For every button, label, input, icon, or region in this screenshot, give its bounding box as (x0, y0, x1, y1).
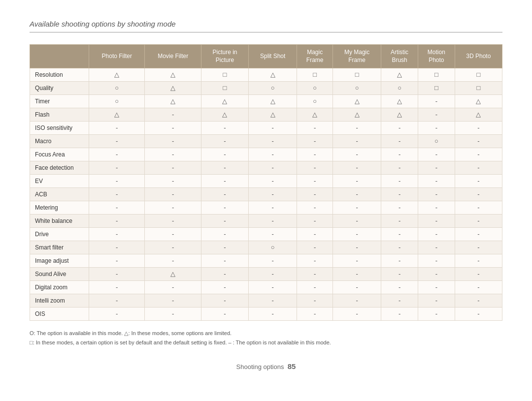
cell: - (381, 254, 418, 268)
cell: - (297, 215, 333, 228)
cell: - (297, 308, 333, 321)
cell: - (455, 188, 502, 201)
table-row: Image adjust--------- (30, 254, 502, 268)
table-row: Flash△-△△△△△-△ (30, 108, 502, 122)
cell: - (381, 294, 418, 308)
cell: - (249, 215, 297, 228)
cell: □ (201, 82, 248, 95)
cell: - (249, 268, 297, 281)
cell: - (455, 122, 502, 135)
cell: △ (145, 68, 201, 82)
cell: - (418, 175, 455, 188)
cell: ○ (333, 82, 381, 95)
cell: - (381, 215, 418, 228)
page-title: Available shooting options by shooting m… (30, 20, 502, 28)
cell: - (333, 188, 381, 201)
cell: - (297, 161, 333, 175)
cell: - (249, 122, 297, 135)
cell: - (333, 268, 381, 281)
row-label: OIS (30, 308, 89, 321)
cell: □ (455, 82, 502, 95)
table-row: Macro-------○- (30, 135, 502, 148)
cell: △ (381, 108, 418, 122)
cell: ○ (89, 82, 145, 95)
cell: - (201, 135, 248, 148)
table-row: Resolution△△□△□□△□□ (30, 68, 502, 82)
cell: - (418, 95, 455, 108)
cell: - (455, 254, 502, 268)
cell: - (201, 241, 248, 254)
cell: - (89, 241, 145, 254)
cell: - (333, 228, 381, 241)
cell: - (201, 281, 248, 294)
cell: △ (333, 95, 381, 108)
cell: - (201, 268, 248, 281)
cell: - (333, 308, 381, 321)
cell: - (333, 135, 381, 148)
cell: - (297, 241, 333, 254)
cell: - (145, 135, 201, 148)
cell: △ (201, 108, 248, 122)
cell: - (455, 175, 502, 188)
cell: △ (249, 95, 297, 108)
cell: ○ (381, 82, 418, 95)
cell: △ (381, 95, 418, 108)
row-label: Face detection (30, 161, 89, 175)
cell: - (381, 308, 418, 321)
title-divider (30, 32, 502, 32)
cell: - (89, 201, 145, 215)
cell: - (381, 188, 418, 201)
cell: - (249, 201, 297, 215)
row-label: Quality (30, 82, 89, 95)
cell: - (381, 241, 418, 254)
cell: - (297, 268, 333, 281)
cell: - (418, 228, 455, 241)
cell: △ (297, 108, 333, 122)
header-artistic-brush: ArtisticBrush (381, 45, 418, 68)
cell: - (297, 281, 333, 294)
cell: - (145, 294, 201, 308)
cell: - (418, 308, 455, 321)
cell: - (89, 281, 145, 294)
cell: - (418, 122, 455, 135)
footnote-1: O: The option is available in this mode.… (30, 329, 502, 338)
cell: - (145, 161, 201, 175)
footer-text: Shooting options (236, 363, 284, 370)
cell: - (381, 268, 418, 281)
cell: - (381, 122, 418, 135)
cell: △ (333, 108, 381, 122)
cell: - (455, 161, 502, 175)
cell: - (455, 201, 502, 215)
cell: - (249, 188, 297, 201)
cell: - (418, 148, 455, 161)
cell: - (333, 254, 381, 268)
options-table: Photo Filter Movie Filter Picture inPict… (30, 44, 502, 321)
cell: - (145, 254, 201, 268)
cell: - (201, 122, 248, 135)
cell: - (418, 254, 455, 268)
cell: - (249, 228, 297, 241)
cell: ○ (249, 241, 297, 254)
row-label: White balance (30, 215, 89, 228)
cell: - (89, 135, 145, 148)
cell: - (249, 294, 297, 308)
cell: ○ (297, 95, 333, 108)
row-label: Flash (30, 108, 89, 122)
cell: ○ (418, 135, 455, 148)
header-split-shot: Split Shot (249, 45, 297, 68)
cell: - (418, 215, 455, 228)
cell: - (381, 175, 418, 188)
cell: - (455, 228, 502, 241)
cell: - (418, 294, 455, 308)
cell: - (249, 254, 297, 268)
header-3d-photo: 3D Photo (455, 45, 502, 68)
table-row: OIS--------- (30, 308, 502, 321)
page-footer: Shooting options 85 (30, 362, 502, 370)
cell: □ (297, 68, 333, 82)
cell: - (455, 215, 502, 228)
row-label: EV (30, 175, 89, 188)
cell: - (249, 175, 297, 188)
cell: - (145, 188, 201, 201)
row-label: Smart filter (30, 241, 89, 254)
cell: - (418, 108, 455, 122)
